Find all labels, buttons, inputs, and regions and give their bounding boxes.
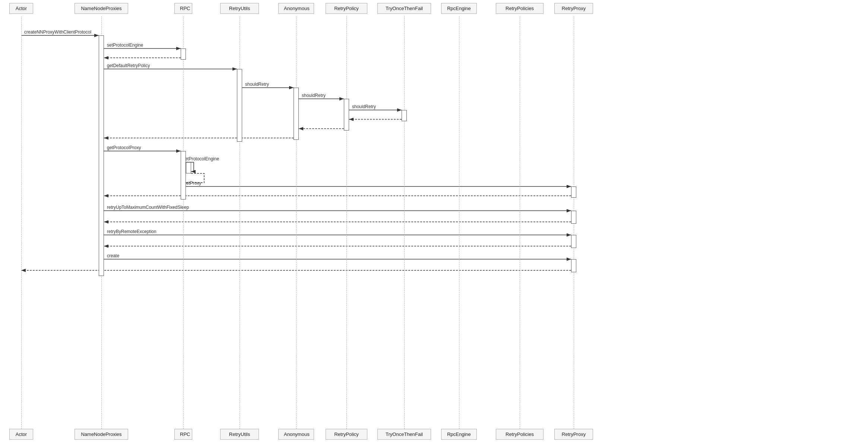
- lifeline-box-bottom-anonymous: Anonymous: [278, 429, 314, 440]
- activation-box: [186, 162, 191, 173]
- lifeline-box-retryproxy: RetryProxy: [554, 3, 593, 14]
- sequence-diagram: createNNProxyWithClientProtocolsetProtoc…: [0, 0, 868, 446]
- lifeline-line-retrypolicies: [520, 16, 520, 429]
- svg-text:createNNProxyWithClientProtoco: createNNProxyWithClientProtocol: [24, 29, 91, 35]
- lifeline-box-tryoncethenfail: TryOnceThenFail: [377, 3, 431, 14]
- lifeline-box-retrypolicy: RetryPolicy: [326, 3, 367, 14]
- lifeline-box-bottom-actor: Actor: [9, 429, 33, 440]
- lifeline-box-namenodeproxies: NameNodeProxies: [75, 3, 128, 14]
- svg-text:create: create: [107, 253, 120, 258]
- lifeline-line-retrypolicy: [346, 16, 347, 429]
- lifeline-box-anonymous: Anonymous: [278, 3, 314, 14]
- lifeline-box-actor: Actor: [9, 3, 33, 14]
- svg-text:shouldRetry: shouldRetry: [245, 82, 269, 87]
- lifeline-line-actor: [21, 16, 22, 429]
- svg-text:retryUpToMaximumCountWithFixed: retryUpToMaximumCountWithFixedSleep: [107, 205, 189, 210]
- activation-box: [571, 186, 576, 198]
- activation-box: [402, 110, 407, 121]
- lifeline-box-retrypolicies: RetryPolicies: [496, 3, 544, 14]
- lifeline-box-bottom-retrypolicies: RetryPolicies: [496, 429, 544, 440]
- svg-text:getProxy: getProxy: [184, 180, 201, 186]
- lifeline-line-tryoncethenfail: [404, 16, 405, 429]
- lifeline-box-retryutils: RetryUtils: [220, 3, 259, 14]
- svg-text:setProtocolEngine: setProtocolEngine: [107, 43, 143, 48]
- lifeline-box-bottom-rpc: RPC: [174, 429, 192, 440]
- svg-text:retryByRemoteException: retryByRemoteException: [107, 229, 156, 234]
- lifeline-box-bottom-retryproxy: RetryProxy: [554, 429, 593, 440]
- lifeline-box-bottom-retrypolicy: RetryPolicy: [326, 429, 367, 440]
- lifeline-box-bottom-tryoncethenfail: TryOnceThenFail: [377, 429, 431, 440]
- activation-box: [344, 99, 349, 131]
- svg-text:getProtocolProxy: getProtocolProxy: [107, 145, 141, 150]
- activation-box: [99, 35, 104, 276]
- lifeline-line-rpc: [183, 16, 184, 429]
- svg-text:getDefaultRetryPolicy: getDefaultRetryPolicy: [107, 63, 150, 68]
- activation-box: [571, 259, 576, 272]
- activation-box: [181, 151, 186, 200]
- lifeline-box-bottom-retryutils: RetryUtils: [220, 429, 259, 440]
- svg-text:shouldRetry: shouldRetry: [302, 93, 326, 98]
- activation-box: [181, 48, 186, 60]
- lifeline-line-rpcengine: [459, 16, 459, 429]
- lifeline-box-bottom-namenodeproxies: NameNodeProxies: [75, 429, 128, 440]
- svg-text:getProtocolEngine: getProtocolEngine: [183, 156, 219, 161]
- lifeline-box-rpcengine: RpcEngine: [441, 3, 477, 14]
- activation-box: [294, 88, 299, 140]
- activation-box: [237, 69, 242, 142]
- lifeline-box-bottom-rpcengine: RpcEngine: [441, 429, 477, 440]
- svg-text:shouldRetry: shouldRetry: [352, 104, 376, 109]
- lifeline-line-anonymous: [296, 16, 297, 429]
- activation-box: [571, 235, 576, 248]
- lifeline-box-rpc: RPC: [174, 3, 192, 14]
- activation-box: [571, 211, 576, 224]
